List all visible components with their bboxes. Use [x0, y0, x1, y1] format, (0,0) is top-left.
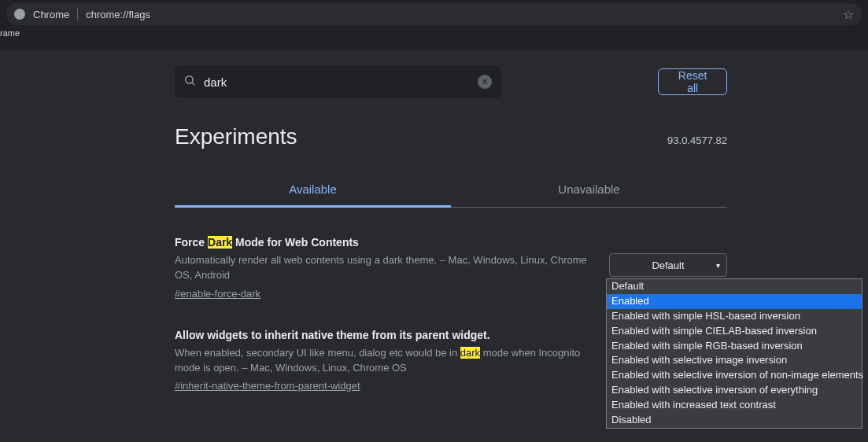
- title-highlight: Dark: [208, 236, 232, 249]
- dropdown-selected-label: Default: [652, 260, 684, 271]
- desc-pre: Automatically render all web contents us…: [175, 254, 587, 281]
- omnibar-divider: [77, 8, 78, 20]
- flag-title: Allow widgets to inherit native theme fr…: [175, 329, 587, 341]
- desc-highlight: dark: [460, 347, 480, 359]
- flag-description: Automatically render all web contents us…: [175, 253, 587, 283]
- flag-title: Force Dark Mode for Web Contents: [175, 236, 587, 249]
- omnibar[interactable]: Chrome chrome: //flags ☆: [6, 3, 862, 25]
- flag-hash-link[interactable]: #inherit-native-theme-from-parent-widget: [175, 380, 360, 392]
- dropdown-option[interactable]: Enabled with simple RGB-based inversion: [607, 339, 862, 354]
- dropdown-panel[interactable]: DefaultEnabledEnabled with simple HSL-ba…: [606, 278, 862, 429]
- flag-control: Default ▾ DefaultEnabledEnabled with sim…: [609, 236, 727, 300]
- search-row: ✕ Reset all: [175, 66, 727, 98]
- tab-unavailable[interactable]: Unavailable: [451, 173, 727, 207]
- toolbar-text: rame: [0, 28, 20, 38]
- flags-page: ✕ Reset all Experiments 93.0.4577.82 Ava…: [175, 66, 727, 392]
- dropdown-option[interactable]: Enabled with selective inversion of ever…: [607, 383, 862, 398]
- title-pre: Force: [175, 236, 208, 249]
- dropdown-option[interactable]: Enabled with increased text contrast: [607, 398, 862, 413]
- flag-hash-link[interactable]: #enable-force-dark: [175, 288, 260, 300]
- svg-point-0: [186, 76, 193, 83]
- desc-pre: When enabled, secondary UI like menu, di…: [175, 347, 460, 359]
- svg-line-1: [192, 83, 194, 85]
- dropdown-option[interactable]: Enabled with selective image inversion: [607, 353, 862, 368]
- search-icon: [183, 74, 196, 90]
- tabs: Available Unavailable: [175, 173, 727, 208]
- flag-text: Force Dark Mode for Web Contents Automat…: [175, 236, 587, 300]
- omnibar-url-suffix: //flags: [123, 9, 150, 20]
- search-input[interactable]: [204, 76, 478, 89]
- clear-search-button[interactable]: ✕: [478, 75, 492, 89]
- title-row: Experiments 93.0.4577.82: [175, 124, 727, 149]
- chrome-icon: [14, 9, 25, 20]
- page-title: Experiments: [175, 124, 297, 149]
- search-box[interactable]: ✕: [175, 66, 500, 98]
- flag-text: Allow widgets to inherit native theme fr…: [175, 329, 587, 393]
- bookmark-star-icon[interactable]: ☆: [843, 7, 854, 22]
- dropdown-option[interactable]: Enabled: [607, 294, 862, 309]
- reset-all-button[interactable]: Reset all: [658, 68, 727, 95]
- chevron-down-icon: ▾: [716, 261, 720, 270]
- title-pre: Allow widgets to inherit native theme fr…: [175, 329, 490, 341]
- content-area: ✕ Reset all Experiments 93.0.4577.82 Ava…: [0, 50, 868, 442]
- flag-row: Force Dark Mode for Web Contents Automat…: [175, 236, 727, 300]
- dropdown-option[interactable]: Default: [607, 279, 862, 294]
- dropdown-option[interactable]: Enabled with simple HSL-based inversion: [607, 309, 862, 324]
- version-label: 93.0.4577.82: [667, 134, 727, 146]
- tab-available[interactable]: Available: [175, 173, 451, 208]
- flag-description: When enabled, secondary UI like menu, di…: [175, 346, 587, 376]
- omnibar-url-prefix: chrome:: [86, 9, 123, 20]
- dropdown-option[interactable]: Enabled with simple CIELAB-based inversi…: [607, 324, 862, 339]
- dropdown-option[interactable]: Disabled: [607, 413, 862, 428]
- omnibar-name: Chrome: [33, 9, 69, 20]
- title-post: Mode for Web Contents: [232, 236, 359, 249]
- flag-dropdown[interactable]: Default ▾: [609, 253, 727, 277]
- toolbar-strip: rame: [0, 25, 868, 42]
- dropdown-option[interactable]: Enabled with selective inversion of non-…: [607, 368, 862, 383]
